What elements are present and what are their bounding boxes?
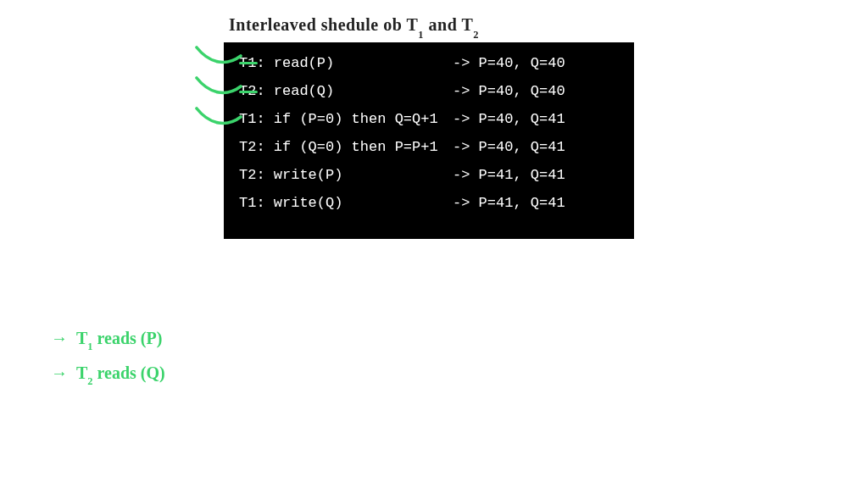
terminal-result: -> P=40, Q=40 — [453, 56, 565, 70]
terminal-row: T1: if (P=0) then Q=Q+1 -> P=40, Q=41 — [239, 112, 619, 126]
terminal-op: T1: write(Q) — [239, 196, 453, 210]
terminal-op: T1: read(P) — [239, 56, 453, 70]
note-t-sub: 2 — [87, 375, 92, 387]
notes-area: → T1 reads (P) → T2 reads (Q) — [51, 329, 165, 398]
terminal-op: T2: read(Q) — [239, 84, 453, 98]
note-t-pre: T — [76, 363, 87, 382]
note-text: T2 reads (Q) — [76, 363, 165, 386]
terminal-result: -> P=41, Q=41 — [453, 168, 565, 182]
terminal-row: T2: read(Q) -> P=40, Q=40 — [239, 84, 619, 98]
terminal-result: -> P=40, Q=41 — [453, 140, 565, 154]
title-sub2: 2 — [473, 29, 479, 41]
arrow-icon: → — [51, 329, 68, 348]
terminal-row: T2: write(P) -> P=41, Q=41 — [239, 168, 619, 182]
note-rest: reads (P) — [93, 329, 163, 347]
terminal-op: T1: if (P=0) then Q=Q+1 — [239, 112, 453, 126]
terminal-row: T1: read(P) -> P=40, Q=40 — [239, 56, 619, 70]
note-text: T1 reads (P) — [76, 329, 162, 352]
terminal-row: T1: write(Q) -> P=41, Q=41 — [239, 196, 619, 210]
terminal-result: -> P=40, Q=41 — [453, 112, 565, 126]
note-t-pre: T — [76, 329, 87, 347]
title-mid: and T — [424, 15, 473, 34]
page-title: Interleaved shedule ob T1 and T2 — [229, 15, 479, 38]
title-sub1: 1 — [418, 29, 424, 41]
arrow-icon: → — [51, 363, 68, 383]
note-line: → T2 reads (Q) — [51, 363, 165, 386]
terminal-block: T1: read(P) -> P=40, Q=40 T2: read(Q) ->… — [224, 42, 634, 239]
terminal-op: T2: if (Q=0) then P=P+1 — [239, 140, 453, 154]
note-rest: reads (Q) — [93, 363, 165, 382]
note-t-sub: 1 — [87, 341, 92, 352]
terminal-op: T2: write(P) — [239, 168, 453, 182]
terminal-row: T2: if (Q=0) then P=P+1 -> P=40, Q=41 — [239, 140, 619, 154]
note-line: → T1 reads (P) — [51, 329, 165, 352]
terminal-result: -> P=40, Q=40 — [453, 84, 565, 98]
title-pre: Interleaved shedule ob T — [229, 15, 418, 34]
terminal-result: -> P=41, Q=41 — [453, 196, 565, 210]
